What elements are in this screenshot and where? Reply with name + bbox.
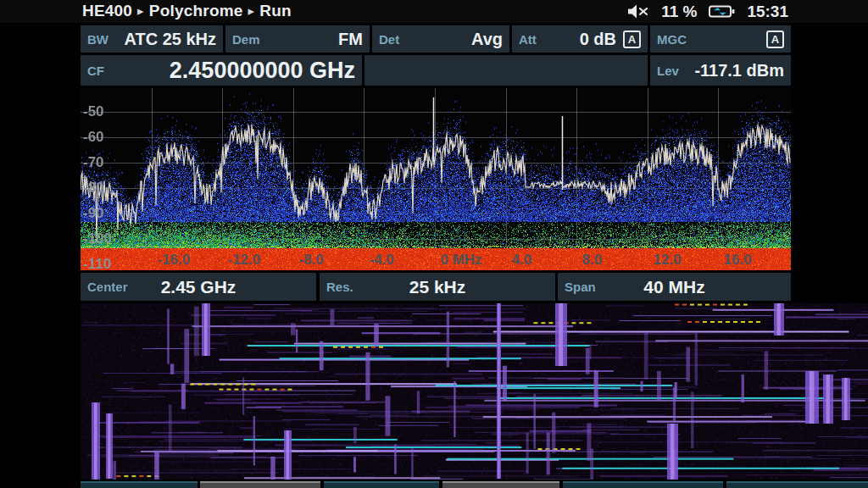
breadcrumb-app: HE400 [82,2,132,19]
spectrum-display[interactable]: -50-60-70-80-90-100-110-16.0-12.0-8.0-4.… [81,88,791,270]
x-tick-label: -16.0 [158,252,191,267]
center-param-field[interactable]: Center 2.45 GHz [81,273,316,301]
demodulation-field[interactable]: Dem FM [225,25,370,53]
y-tick-label: -110 [83,257,111,271]
x-tick-label: 4.0 [512,252,532,267]
breadcrumb-state: Run [259,2,292,19]
title-bar: HE400▸Polychrome▸Run 11 % 15:31 [0,0,868,23]
x-tick-label: 8.0 [582,252,603,267]
demodulation-label: Dem [232,32,260,47]
center-param-label: Center [87,280,128,294]
softkey-3[interactable] [324,481,439,488]
detector-value: Avg [471,30,503,49]
x-tick-label: 0 MHz [441,252,482,267]
attenuation-auto-badge: A [623,30,641,48]
resolution-param-value: 25 kHz [320,277,555,297]
demodulation-value: FM [338,30,363,49]
waterfall-display[interactable] [81,303,868,480]
attenuation-value: 0 dB [580,30,616,49]
clock: 15:31 [747,3,788,21]
level-field[interactable]: Lev -117.1 dBm [650,55,791,86]
level-label: Lev [657,64,679,78]
speaker-muted-icon [626,3,649,19]
battery-percent: 11 % [661,3,697,21]
y-tick-label: -90 [83,206,104,220]
resolution-param-field[interactable]: Res. 25 kHz [320,273,555,301]
attenuation-field[interactable]: Att 0 dB A [512,25,648,53]
bandwidth-value: ATC 25 kHz [124,30,216,49]
spectrum-canvas [81,88,791,270]
softkey-4[interactable] [442,481,559,488]
center-frequency-value: 2.450000000 GHz [170,58,355,84]
bandwidth-label: BW [87,32,108,47]
resolution-param-label: Res. [326,280,353,294]
x-tick-label: -4.0 [370,252,394,267]
mgc-field[interactable]: MGC A [650,25,791,53]
y-tick-label: -100 [83,231,112,246]
center-frequency-label: CF [87,64,104,78]
span-param-label: Span [565,280,596,294]
y-tick-label: -80 [83,180,104,195]
y-tick-label: -70 [83,155,104,169]
y-tick-label: -60 [83,130,104,144]
softkey-5[interactable] [563,481,723,488]
x-tick-label: -8.0 [299,252,324,267]
x-tick-label: -12.0 [228,252,261,267]
detector-label: Det [379,32,399,47]
y-tick-label: -50 [83,104,104,119]
status-area: 11 % 15:31 [626,0,788,23]
waterfall-canvas [81,303,868,480]
breadcrumb-separator-icon: ▸ [132,3,149,18]
attenuation-label: Att [519,32,537,47]
softkey-1[interactable] [81,481,198,488]
battery-charging-icon [709,4,735,19]
center-frequency-field[interactable]: CF 2.450000000 GHz [81,55,362,86]
x-tick-label: 12.0 [654,252,682,267]
softkey-6[interactable] [726,481,868,488]
breadcrumb-separator-icon: ▸ [243,3,260,18]
device-screen: HE400▸Polychrome▸Run 11 % 15:31 BW ATC 2… [0,0,868,488]
x-tick-label: 16.0 [724,252,752,267]
breadcrumb[interactable]: HE400▸Polychrome▸Run [82,2,292,20]
bandwidth-field[interactable]: BW ATC 25 kHz [81,25,223,53]
mgc-auto-badge: A [766,30,784,48]
span-param-field[interactable]: Span 40 MHz [558,273,791,301]
spacer-field [364,55,648,86]
breadcrumb-mode: Polychrome [149,2,243,19]
softkey-2[interactable] [200,481,320,488]
mgc-label: MGC [657,32,687,47]
detector-field[interactable]: Det Avg [372,25,509,53]
level-value: -117.1 dBm [694,61,784,80]
